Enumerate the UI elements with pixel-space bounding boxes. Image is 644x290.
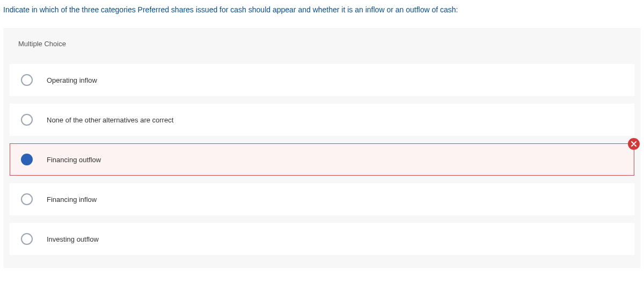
incorrect-icon [628, 138, 640, 150]
option-label: Financing outflow [47, 156, 101, 164]
option-financing-inflow[interactable]: Financing inflow [10, 183, 634, 215]
options-list: Operating inflow None of the other alter… [10, 60, 634, 255]
radio-icon [21, 74, 33, 86]
radio-icon [21, 154, 33, 165]
quiz-type-label: Multiple Choice [10, 28, 634, 60]
question-prompt: Indicate in which of the three categorie… [0, 0, 644, 20]
option-label: Operating inflow [47, 76, 97, 84]
radio-icon [21, 114, 33, 126]
option-financing-outflow[interactable]: Financing outflow [10, 143, 634, 176]
radio-icon [21, 233, 33, 245]
option-label: Investing outflow [47, 235, 99, 243]
option-operating-inflow[interactable]: Operating inflow [10, 64, 634, 96]
option-label: Financing inflow [47, 195, 97, 204]
quiz-container: Multiple Choice Operating inflow None of… [3, 28, 641, 268]
option-none-correct[interactable]: None of the other alternatives are corre… [10, 104, 634, 136]
option-investing-outflow[interactable]: Investing outflow [10, 223, 634, 255]
option-label: None of the other alternatives are corre… [47, 116, 173, 124]
radio-icon [21, 193, 33, 205]
